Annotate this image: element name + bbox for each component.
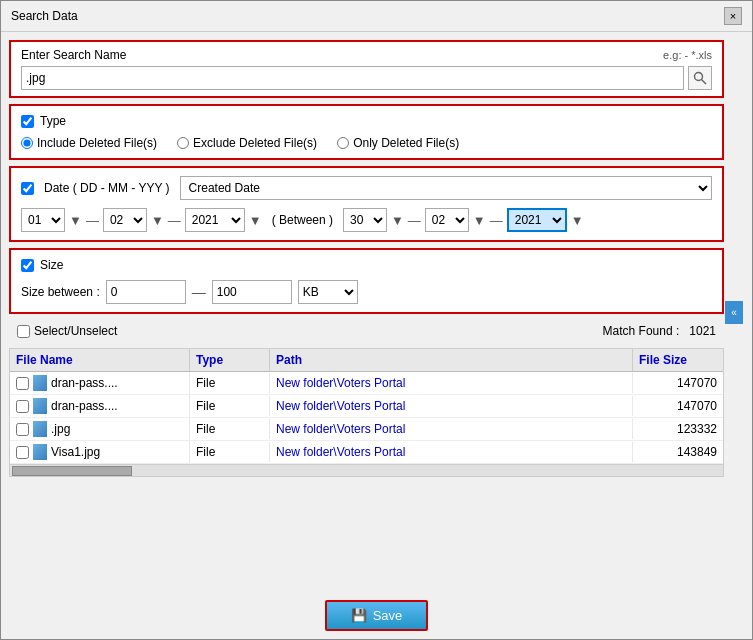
search-name-header: Enter Search Name e.g: - *.xls [21, 48, 712, 62]
size-checkbox[interactable] [21, 259, 34, 272]
radio-include[interactable]: Include Deleted File(s) [21, 136, 157, 150]
size-from-input[interactable] [106, 280, 186, 304]
date-from-year[interactable]: 202120202022 [185, 208, 245, 232]
date-sep-3: ▼ [249, 213, 262, 228]
date-label: Date ( DD - MM - YYY ) [44, 181, 170, 195]
size-label: Size [40, 258, 63, 272]
size-header: Size [21, 258, 712, 272]
collapse-arrow[interactable]: « [725, 301, 743, 324]
radio-include-input[interactable] [21, 137, 33, 149]
date-from-day[interactable]: 010203 [21, 208, 65, 232]
search-input-row [21, 66, 712, 90]
col-filesize: File Size [633, 349, 723, 371]
row-checkbox-2[interactable] [16, 400, 29, 413]
search-icon [693, 71, 707, 85]
date-to-year[interactable]: 202120202022 [507, 208, 567, 232]
cell-size-1: 147070 [633, 373, 723, 393]
cell-type-2: File [190, 396, 270, 416]
radio-only[interactable]: Only Deleted File(s) [337, 136, 459, 150]
cell-path-3: New folder\Voters Portal [270, 419, 633, 439]
size-section: Size Size between : — KB MB GB Bytes [9, 248, 724, 314]
type-checkbox[interactable] [21, 115, 34, 128]
file-table: File Name Type Path File Size dran-pass.… [9, 348, 724, 477]
horizontal-scrollbar[interactable] [10, 464, 723, 476]
file-icon-4 [33, 444, 47, 460]
date-sep-dash-1: — [86, 213, 99, 228]
scrollbar-thumb[interactable] [12, 466, 132, 476]
content-area: Enter Search Name e.g: - *.xls [1, 32, 752, 592]
cell-size-4: 143849 [633, 442, 723, 462]
close-button[interactable]: × [724, 7, 742, 25]
cell-path-4: New folder\Voters Portal [270, 442, 633, 462]
svg-point-0 [695, 73, 703, 81]
table-row[interactable]: .jpg File New folder\Voters Portal 12333… [10, 418, 723, 441]
radio-only-input[interactable] [337, 137, 349, 149]
col-type: Type [190, 349, 270, 371]
match-count: 1021 [689, 324, 716, 338]
type-section: Type Include Deleted File(s) Exclude Del… [9, 104, 724, 160]
date-sep-dash-3: — [408, 213, 421, 228]
table-row[interactable]: dran-pass.... File New folder\Voters Por… [10, 372, 723, 395]
search-name-section: Enter Search Name e.g: - *.xls [9, 40, 724, 98]
title-bar: Search Data × [1, 1, 752, 32]
date-type-dropdown[interactable]: Created Date Modified Date Accessed Date [180, 176, 712, 200]
cell-filename-2: dran-pass.... [10, 395, 190, 417]
select-unselect-row: Select/Unselect [17, 324, 117, 338]
table-row[interactable]: Visa1.jpg File New folder\Voters Portal … [10, 441, 723, 464]
cell-size-2: 147070 [633, 396, 723, 416]
search-input[interactable] [21, 66, 684, 90]
date-sep-dash-2: — [168, 213, 181, 228]
table-header: File Name Type Path File Size [10, 349, 723, 372]
size-unit-dropdown[interactable]: KB MB GB Bytes [298, 280, 358, 304]
date-header: Date ( DD - MM - YYY ) Created Date Modi… [21, 176, 712, 200]
date-to-month[interactable]: 020103 [425, 208, 469, 232]
size-to-input[interactable] [212, 280, 292, 304]
cell-size-3: 123332 [633, 419, 723, 439]
search-name-label: Enter Search Name [21, 48, 126, 62]
filename-4: Visa1.jpg [51, 445, 100, 459]
date-sep-2: ▼ [151, 213, 164, 228]
cell-filename-1: dran-pass.... [10, 372, 190, 394]
row-checkbox-3[interactable] [16, 423, 29, 436]
match-label: Match Found : [603, 324, 680, 338]
date-sep-6: ▼ [571, 213, 584, 228]
row-checkbox-1[interactable] [16, 377, 29, 390]
size-row: Size between : — KB MB GB Bytes [21, 280, 712, 304]
cell-filename-3: .jpg [10, 418, 190, 440]
date-to-day[interactable]: 300128 [343, 208, 387, 232]
window-title: Search Data [11, 9, 78, 23]
filename-1: dran-pass.... [51, 376, 118, 390]
date-from-month[interactable]: 020103 [103, 208, 147, 232]
table-row[interactable]: dran-pass.... File New folder\Voters Por… [10, 395, 723, 418]
radio-exclude-label: Exclude Deleted File(s) [193, 136, 317, 150]
main-panel: Enter Search Name e.g: - *.xls [9, 40, 724, 584]
cell-type-3: File [190, 419, 270, 439]
side-panel: « [724, 40, 744, 584]
row-checkbox-4[interactable] [16, 446, 29, 459]
save-icon: 💾 [351, 608, 367, 623]
date-checkbox[interactable] [21, 182, 34, 195]
col-filename: File Name [10, 349, 190, 371]
select-unselect-label: Select/Unselect [34, 324, 117, 338]
footer: 💾 Save [1, 592, 752, 639]
file-icon-3 [33, 421, 47, 437]
radio-include-label: Include Deleted File(s) [37, 136, 157, 150]
save-label: Save [373, 608, 403, 623]
date-sep-5: ▼ [473, 213, 486, 228]
search-button[interactable] [688, 66, 712, 90]
filename-3: .jpg [51, 422, 70, 436]
table-body: dran-pass.... File New folder\Voters Por… [10, 372, 723, 464]
cell-type-4: File [190, 442, 270, 462]
svg-line-1 [702, 80, 707, 85]
save-button[interactable]: 💾 Save [325, 600, 429, 631]
file-icon-2 [33, 398, 47, 414]
cell-type-1: File [190, 373, 270, 393]
cell-filename-4: Visa1.jpg [10, 441, 190, 463]
cell-path-2: New folder\Voters Portal [270, 396, 633, 416]
radio-exclude-input[interactable] [177, 137, 189, 149]
date-row: 010203 ▼ — 020103 ▼ — 202120202022 ▼ ( B… [21, 208, 712, 232]
select-all-checkbox[interactable] [17, 325, 30, 338]
type-label: Type [40, 114, 66, 128]
date-sep-1: ▼ [69, 213, 82, 228]
radio-exclude[interactable]: Exclude Deleted File(s) [177, 136, 317, 150]
